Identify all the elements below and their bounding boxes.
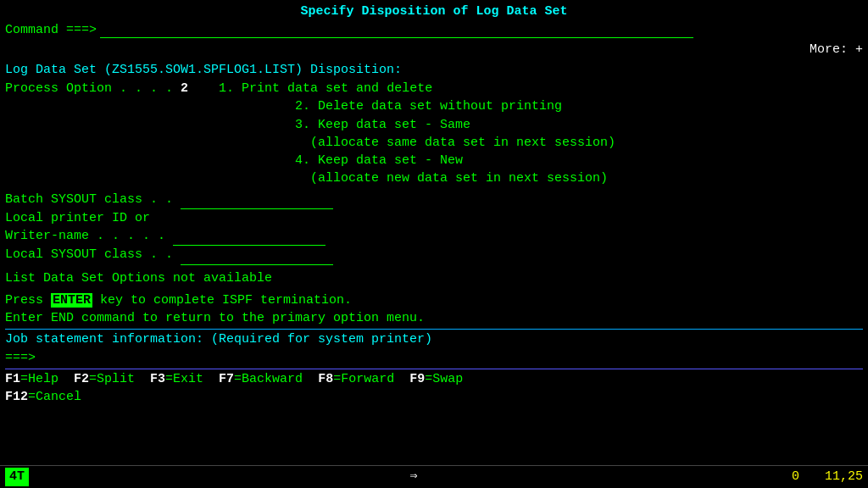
- fn9[interactable]: F9=Swap: [409, 371, 463, 388]
- f12-label: =Cancel: [28, 390, 81, 404]
- press-text: Press: [5, 293, 51, 308]
- bottom-zero: 0: [792, 469, 799, 485]
- press-enter-2: key to complete ISPF termination.: [92, 293, 352, 308]
- option-3-line: 3. Keep data set - Same: [5, 117, 863, 134]
- option-3-sub-line: (allocate same data set in next session): [5, 135, 863, 152]
- f8-label: =Forward: [333, 372, 394, 386]
- fn3[interactable]: F3=Exit: [150, 371, 203, 388]
- more-indicator: More: +: [5, 42, 863, 58]
- command-line: Command ===>: [5, 22, 863, 39]
- arrow-prompt: ===>: [5, 351, 36, 365]
- local-printer-label: Local printer ID or: [5, 211, 150, 225]
- writer-name-label: Writer-name . . . . .: [5, 229, 165, 243]
- local-sysout-line: Local SYSOUT class . .: [5, 247, 863, 264]
- fn2[interactable]: F2=Split: [74, 371, 135, 388]
- bottom-letter: T: [17, 469, 25, 484]
- fn-key-bar-2: F12=Cancel: [5, 389, 863, 406]
- local-printer-line: Local printer ID or: [5, 210, 863, 227]
- f8-key: F8: [318, 372, 333, 386]
- log-data-set-line: Log Data Set (ZS1555.SOW1.SPFLOG1.LIST) …: [5, 62, 863, 79]
- more-plus: +: [855, 42, 863, 58]
- fn1[interactable]: F1=Help: [5, 371, 58, 388]
- f7-label: =Backward: [234, 372, 303, 386]
- writer-name-field[interactable]: [173, 228, 326, 246]
- process-option-label: Process Option . . . .: [5, 81, 173, 96]
- job-stmt-line: Job statement information: (Required for…: [5, 331, 863, 348]
- divider-1: [5, 329, 863, 330]
- process-option-line: Process Option . . . . 2 1. Print data s…: [5, 80, 863, 97]
- batch-sysout-label: Batch SYSOUT class . .: [5, 192, 173, 207]
- screen-title: Specify Disposition of Log Data Set: [5, 3, 863, 20]
- fn8[interactable]: F8=Forward: [318, 371, 394, 388]
- f3-key: F3: [150, 372, 165, 386]
- f9-label: =Swap: [425, 372, 463, 386]
- bottom-num-badge: 4T: [5, 468, 29, 486]
- f2-key: F2: [74, 372, 89, 386]
- bottom-coords: 11,25: [825, 469, 863, 485]
- end-command-msg: Enter END command to return to the prima…: [5, 310, 863, 327]
- f12-key: F12: [5, 390, 28, 404]
- f7-key: F7: [219, 372, 234, 386]
- job-stmt-label: Job statement information: (Required for…: [5, 332, 432, 347]
- batch-sysout-line: Batch SYSOUT class . .: [5, 191, 863, 209]
- batch-sysout-field[interactable]: [181, 191, 333, 209]
- option-4-line: 4. Keep data set - New: [5, 152, 863, 169]
- bottom-right-info: 0 11,25: [792, 469, 863, 485]
- local-sysout-field[interactable]: [181, 247, 333, 264]
- bottom-arrow: ⇒: [36, 469, 792, 485]
- enter-key-box: ENTER: [51, 293, 92, 308]
- list-options-msg: List Data Set Options not available: [5, 270, 863, 287]
- fn-key-bar: F1=Help F2=Split F3=Exit F7=Backward F8=…: [5, 371, 863, 388]
- divider-2: [5, 369, 863, 369]
- command-label: Command ===>: [5, 22, 97, 39]
- option-2-line: 2. Delete data set without printing: [5, 98, 863, 115]
- bottom-status-bar: 4T ⇒ 0 11,25: [0, 465, 868, 488]
- process-option-value: 2: [181, 81, 188, 96]
- f1-key: F1: [5, 372, 20, 386]
- bottom-number: 4: [9, 469, 17, 484]
- f1-label: =Help: [20, 372, 58, 386]
- command-input[interactable]: [100, 23, 693, 38]
- main-screen: Specify Disposition of Log Data Set Comm…: [0, 0, 868, 488]
- more-label: More:: [810, 42, 848, 58]
- press-enter-line: Press ENTER key to complete ISPF termina…: [5, 292, 863, 309]
- writer-name-line: Writer-name . . . . .: [5, 228, 863, 246]
- f3-label: =Exit: [165, 372, 203, 386]
- arrow-prompt-line: ===>: [5, 350, 863, 367]
- f2-label: =Split: [89, 372, 135, 386]
- local-sysout-label: Local SYSOUT class . .: [5, 247, 173, 262]
- fn12[interactable]: F12=Cancel: [5, 389, 81, 406]
- option-4-sub-line: (allocate new data set in next session): [5, 170, 863, 187]
- fn7[interactable]: F7=Backward: [219, 371, 303, 388]
- option-1: 1. Print data set and delete: [219, 81, 432, 96]
- f9-key: F9: [409, 372, 425, 386]
